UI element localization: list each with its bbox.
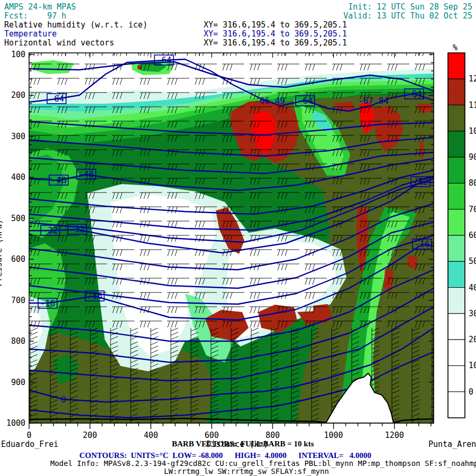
svg-text:400: 400 xyxy=(144,431,158,440)
model-info-line: Model Info: MPASv8.2.3-194-gf29cd82c CU:… xyxy=(50,459,476,468)
svg-text:-64: -64 xyxy=(49,94,65,104)
colorbar-segment xyxy=(448,261,465,287)
colorbar-label: 70 xyxy=(469,205,476,214)
svg-text:0: 0 xyxy=(26,431,31,440)
colorbar-segment xyxy=(448,105,465,131)
colorbar-segment xyxy=(448,340,465,365)
station-left-label: Eduardo_Frei xyxy=(1,440,58,449)
svg-text:-64: -64 xyxy=(157,55,172,65)
cross-section-plot: -64-64-66.49-64-67.84-64-48-48-32-32-32-… xyxy=(0,0,476,476)
colorbar-segment xyxy=(448,183,465,209)
colorbar-label: 120 xyxy=(469,74,476,84)
svg-text:900: 900 xyxy=(11,378,25,387)
colorbar-label: 0 xyxy=(469,387,473,397)
station-right-label: Punta_Aren xyxy=(428,440,476,449)
svg-text:-32: -32 xyxy=(43,225,58,235)
colorbar-label: 80 xyxy=(469,178,476,188)
svg-text:-64: -64 xyxy=(407,89,422,99)
svg-text:-66.49: -66.49 xyxy=(254,96,285,106)
svg-text:-16: -16 xyxy=(415,239,430,249)
colorbar-segment xyxy=(448,157,465,183)
colorbar-label: 10 xyxy=(469,361,476,370)
svg-text:100: 100 xyxy=(11,50,25,59)
svg-text:600: 600 xyxy=(11,254,25,264)
colorbar-segment xyxy=(448,53,465,79)
svg-text:-64: -64 xyxy=(298,96,313,106)
amps-cross-section-page: { "header": { "model": "AMPS 24-km MPAS"… xyxy=(0,0,476,476)
colorbar-segment xyxy=(448,235,465,261)
colorbar-label: 30 xyxy=(469,309,476,318)
svg-text:400: 400 xyxy=(11,172,25,182)
svg-text:200: 200 xyxy=(11,90,25,100)
svg-text:1000: 1000 xyxy=(324,431,343,440)
svg-text:-32: -32 xyxy=(70,224,85,234)
colorbar-segment xyxy=(448,79,465,105)
physics-line: LW:rrtmg_lw SW:rrtmg_sw SFLAY:sf_mynn xyxy=(164,467,329,475)
colorbar-segment xyxy=(448,209,465,235)
colorbar-segment xyxy=(448,365,465,391)
svg-text:500: 500 xyxy=(11,214,25,223)
colorbar-label: 40 xyxy=(469,283,476,292)
svg-text:600: 600 xyxy=(205,431,219,440)
svg-text:700: 700 xyxy=(11,296,25,305)
colorbar-segment xyxy=(448,392,465,418)
colorbar-label: 100 xyxy=(469,126,476,136)
colorbar-label: 50 xyxy=(469,257,476,266)
svg-text:-48: -48 xyxy=(79,169,94,179)
y-axis-title: Pressure (hPa) xyxy=(0,219,4,286)
svg-text:300: 300 xyxy=(11,132,25,141)
svg-text:800: 800 xyxy=(266,431,280,440)
colorbar-segment xyxy=(448,288,465,314)
svg-text:-48: -48 xyxy=(51,175,67,185)
svg-text:1000: 1000 xyxy=(6,418,25,428)
colorbar-segment xyxy=(448,131,465,157)
svg-text:-32: -32 xyxy=(413,177,428,187)
colorbar-label: 60 xyxy=(469,231,476,240)
barb-legend: BARB VECTORS: FULL BARB = 10 kts xyxy=(172,440,314,448)
svg-text:800: 800 xyxy=(11,336,25,346)
svg-text:200: 200 xyxy=(83,431,97,440)
colorbar-label: 90 xyxy=(469,152,476,162)
colorbar-unit: % xyxy=(453,43,457,52)
svg-text:1200: 1200 xyxy=(385,431,404,440)
svg-text:-67.84: -67.84 xyxy=(358,96,389,106)
svg-text:-16: -16 xyxy=(87,291,103,301)
svg-text:0: 0 xyxy=(61,395,66,405)
colorbar-label: 20 xyxy=(469,335,476,344)
svg-text:-16: -16 xyxy=(40,298,56,308)
colorbar-label: 110 xyxy=(469,100,476,110)
colorbar-segment xyxy=(448,314,465,340)
